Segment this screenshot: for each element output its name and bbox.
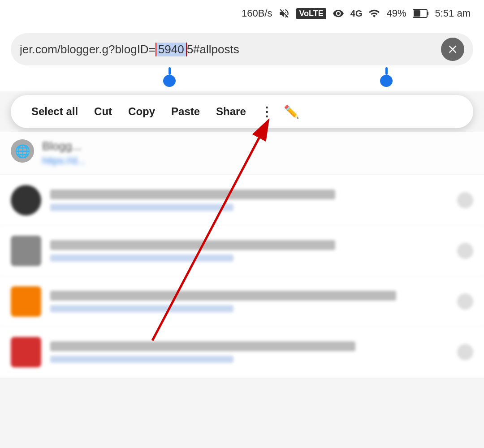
- avatar-1: [11, 185, 41, 215]
- hotspot-icon: [333, 8, 344, 19]
- list-item-content-1: [50, 190, 457, 211]
- list-subtitle-4: [50, 356, 233, 363]
- search-results-list: [0, 175, 484, 378]
- url-text: jer.com/blogger.g?blogID=59405#allposts: [20, 43, 441, 56]
- list-item-content-2: [50, 240, 457, 262]
- list-title-4: [50, 341, 355, 351]
- share-button[interactable]: Share: [208, 102, 254, 121]
- divider-2: [0, 174, 484, 174]
- select-all-button[interactable]: Select all: [23, 102, 86, 121]
- signal-bars-icon: [368, 8, 380, 19]
- copy-button[interactable]: Copy: [120, 102, 163, 121]
- blogger-title: Blogg...: [42, 139, 473, 153]
- list-title-1: [50, 190, 335, 199]
- list-subtitle-3: [50, 305, 233, 312]
- battery-percent: 49%: [386, 8, 406, 19]
- cut-button[interactable]: Cut: [86, 102, 120, 121]
- pen-icon[interactable]: ✏️: [280, 104, 303, 119]
- url-prefix: jer.com/blogger.g?blogID=: [20, 43, 156, 56]
- url-suffix: 5#allposts: [187, 43, 239, 56]
- blogger-globe-icon: 🌐: [11, 139, 34, 163]
- selection-handles: [11, 67, 473, 87]
- network-speed: 160B/s: [242, 8, 272, 19]
- list-title-3: [50, 291, 396, 301]
- battery-icon: [413, 9, 429, 18]
- signal-4g: 4G: [350, 9, 363, 19]
- list-title-2: [50, 240, 335, 250]
- avatar-2: [11, 236, 41, 266]
- list-item[interactable]: [0, 276, 484, 327]
- avatar-3: [11, 286, 41, 317]
- volte-badge: VoLTE: [296, 8, 326, 19]
- url-selected-text: 5940: [156, 43, 187, 56]
- url-close-button[interactable]: [441, 38, 464, 61]
- list-item-icon-3: [457, 293, 473, 310]
- status-bar: 160B/s VoLTE 4G 49% 5:51 am: [0, 0, 484, 27]
- svg-rect-2: [414, 10, 420, 17]
- list-item-icon-4: [457, 344, 473, 360]
- more-options-button[interactable]: ⋮: [254, 104, 280, 119]
- list-item[interactable]: [0, 175, 484, 226]
- blogger-search-result[interactable]: 🌐 Blogg... https://d...: [0, 132, 484, 174]
- blogger-url: https://d...: [42, 155, 473, 167]
- blogger-item-text: Blogg... https://d...: [42, 139, 473, 167]
- list-item[interactable]: [0, 226, 484, 276]
- list-item[interactable]: [0, 327, 484, 378]
- svg-rect-1: [427, 12, 428, 15]
- list-item-content-3: [50, 291, 457, 312]
- list-item-content-4: [50, 341, 457, 363]
- list-subtitle-2: [50, 254, 233, 262]
- url-bar-container: jer.com/blogger.g?blogID=59405#allposts: [0, 27, 484, 91]
- context-menu: Select all Cut Copy Paste Share ⋮ ✏️: [11, 95, 473, 128]
- list-item-icon-2: [457, 243, 473, 259]
- list-subtitle-1: [50, 204, 233, 211]
- url-bar[interactable]: jer.com/blogger.g?blogID=59405#allposts: [11, 33, 473, 65]
- time-display: 5:51 am: [435, 8, 471, 19]
- list-item-icon-1: [457, 192, 473, 208]
- paste-button[interactable]: Paste: [163, 102, 208, 121]
- avatar-4: [11, 337, 41, 367]
- mute-icon: [278, 8, 290, 19]
